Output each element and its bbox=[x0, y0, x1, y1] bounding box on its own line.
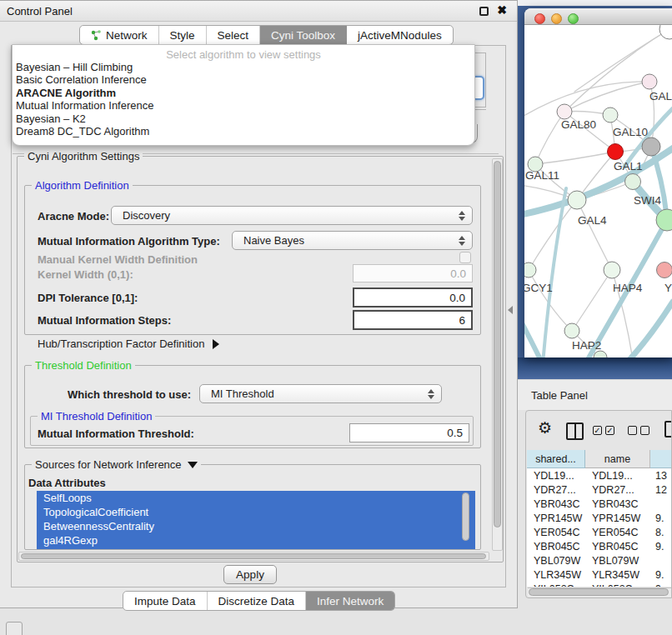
minimized-panel-button[interactable] bbox=[6, 622, 23, 635]
table-row[interactable]: YLR345W YLR345W 9. bbox=[527, 568, 672, 582]
cell: 13 bbox=[650, 470, 672, 482]
tab-select[interactable]: Select bbox=[207, 26, 261, 44]
field-value: 0.5 bbox=[447, 427, 463, 439]
network-node[interactable] bbox=[659, 25, 672, 39]
attribute-item-selected[interactable]: TopologicalCoefficient bbox=[37, 505, 475, 519]
cell: YLR345W bbox=[585, 569, 650, 581]
aracne-mode-combo[interactable]: Discovery bbox=[111, 206, 473, 225]
apply-button[interactable]: Apply bbox=[223, 565, 277, 584]
checked-boxes-icon[interactable]: ✓ ✓ bbox=[593, 426, 614, 435]
algorithm-option[interactable]: Basic Correlation Inference bbox=[13, 73, 474, 86]
mi-steps-field[interactable]: 6 bbox=[353, 310, 473, 330]
dpi-tolerance-label: DPI Tolerance [0,1]: bbox=[38, 292, 138, 304]
tab-discretize-data[interactable]: Discretize Data bbox=[208, 592, 307, 610]
mac-close-button[interactable] bbox=[534, 13, 545, 24]
tab-label: Impute Data bbox=[134, 595, 196, 608]
mi-type-combo[interactable]: Naive Bayes bbox=[232, 231, 473, 250]
network-window-titlebar[interactable] bbox=[524, 8, 672, 25]
network-node-label: SWI4 bbox=[634, 194, 661, 207]
network-node[interactable] bbox=[594, 351, 607, 358]
checkbox-checked-icon: ✓ bbox=[605, 426, 614, 435]
dpi-tolerance-field[interactable]: 0.0 bbox=[353, 288, 473, 308]
network-node[interactable] bbox=[524, 262, 536, 278]
combo-value: Discovery bbox=[123, 209, 170, 222]
settings-horizontal-scrollbar[interactable] bbox=[18, 552, 489, 561]
network-node[interactable] bbox=[625, 174, 641, 190]
table-row[interactable]: YDL19... YDL19... 13 bbox=[527, 468, 672, 482]
network-node[interactable] bbox=[603, 108, 618, 122]
sources-collapse-toggle[interactable]: Sources for Network Inference bbox=[32, 458, 201, 471]
gear-icon[interactable]: ⚙ bbox=[538, 418, 552, 438]
mac-zoom-button[interactable] bbox=[568, 13, 579, 24]
column-header-name[interactable]: name bbox=[585, 450, 650, 468]
algorithm-option[interactable]: Bayesian – Hill Climbing bbox=[13, 61, 474, 73]
field-value: 0.0 bbox=[449, 292, 465, 304]
algorithm-option[interactable]: Bayesian – K2 bbox=[13, 112, 474, 125]
tab-impute-data[interactable]: Impute Data bbox=[123, 592, 208, 610]
tab-label: Network bbox=[106, 29, 148, 42]
attribute-item-selected[interactable]: BetweennessCentrality bbox=[37, 519, 475, 533]
mac-minimize-button[interactable] bbox=[551, 13, 562, 24]
manual-kernel-checkbox[interactable] bbox=[459, 252, 471, 263]
mi-type-label: Mutual Information Algorithm Type: bbox=[38, 235, 220, 248]
mi-steps-label: Mutual Information Steps: bbox=[38, 314, 171, 327]
network-node[interactable] bbox=[642, 138, 660, 156]
network-node[interactable] bbox=[608, 144, 624, 160]
panel-splitter-handle[interactable] bbox=[508, 306, 513, 314]
column-header-partial[interactable] bbox=[650, 450, 672, 468]
float-window-icon[interactable] bbox=[479, 7, 489, 16]
close-icon[interactable]: ✖ bbox=[497, 3, 507, 17]
table-row[interactable]: YBR043C YBR043C bbox=[527, 497, 672, 511]
cell: YPR145W bbox=[585, 512, 650, 524]
combo-value: Naive Bayes bbox=[243, 234, 304, 247]
tab-style[interactable]: Style bbox=[159, 26, 207, 44]
table-row[interactable]: YDR27... YDR27... 12 bbox=[527, 482, 672, 497]
network-canvas[interactable]: GALGAL80GAL10GAL1GAL11SWI4GAL4GCY1HAP4YH… bbox=[524, 25, 672, 358]
mi-threshold-field[interactable]: 0.5 bbox=[349, 423, 469, 442]
kernel-width-field[interactable]: 0.0 bbox=[353, 264, 473, 282]
page-icon[interactable] bbox=[664, 421, 672, 438]
tab-infer-network[interactable]: Infer Network bbox=[306, 592, 394, 610]
network-node-label: GAL1 bbox=[614, 160, 643, 172]
data-attributes-label: Data Attributes bbox=[28, 477, 106, 489]
network-node[interactable] bbox=[557, 104, 572, 119]
algorithm-option[interactable]: Dream8 DC_TDC Algorithm bbox=[13, 125, 474, 138]
network-node[interactable] bbox=[657, 262, 672, 278]
scrollbar-thumb[interactable] bbox=[494, 161, 501, 528]
algorithm-option-selected[interactable]: ARACNE Algorithm bbox=[13, 87, 474, 99]
cell: YBR043C bbox=[527, 498, 585, 510]
scrollbar-thumb[interactable] bbox=[21, 553, 486, 559]
which-threshold-combo[interactable]: MI Threshold bbox=[199, 384, 442, 403]
cell: YER054C bbox=[585, 527, 650, 538]
table-row[interactable]: YPR145W YPR145W 9. bbox=[527, 511, 672, 525]
attributes-scrollbar-thumb[interactable] bbox=[462, 492, 469, 541]
network-node-label: HAP4 bbox=[613, 282, 643, 294]
table-row[interactable]: YER054C YER054C 8. bbox=[527, 525, 672, 539]
tab-jactivemnodules[interactable]: jActiveMNodules bbox=[347, 26, 453, 44]
scrollbar-thumb[interactable] bbox=[529, 588, 669, 596]
sources-title: Sources for Network Inference bbox=[35, 458, 182, 471]
network-node[interactable] bbox=[564, 323, 579, 338]
tab-network[interactable]: Network bbox=[80, 26, 159, 44]
tab-cyni-toolbox[interactable]: Cyni Toolbox bbox=[260, 26, 347, 44]
hub-factor-label: Hub/Transcription Factor Definition bbox=[38, 338, 204, 350]
table-row[interactable]: YBR045C YBR045C 9. bbox=[527, 539, 672, 553]
settings-vertical-scrollbar[interactable] bbox=[492, 158, 503, 551]
network-node[interactable] bbox=[642, 74, 657, 89]
hub-factor-expander[interactable]: Hub/Transcription Factor Definition bbox=[38, 338, 219, 350]
attribute-item-selected[interactable]: SelfLoops bbox=[37, 491, 475, 505]
unchecked-boxes-icon[interactable] bbox=[628, 426, 649, 435]
network-node[interactable] bbox=[604, 262, 620, 278]
attribute-item-selected[interactable]: gal4RGexp bbox=[37, 533, 475, 548]
split-columns-icon[interactable] bbox=[566, 422, 584, 440]
column-header-shared-name[interactable]: shared... bbox=[527, 450, 585, 468]
table-row[interactable]: YIL052C YIL052C 9 bbox=[527, 582, 672, 587]
table-header-row: shared... name bbox=[527, 450, 672, 468]
network-node[interactable] bbox=[568, 191, 586, 209]
control-panel-titlebar: Control Panel ✖ bbox=[0, 1, 517, 22]
algorithm-option[interactable]: Mutual Information Inference bbox=[13, 99, 474, 112]
cell: YDR27... bbox=[585, 484, 650, 496]
table-row[interactable]: YBL079W YBL079W bbox=[527, 553, 672, 568]
network-node-label: GCY1 bbox=[524, 282, 553, 294]
network-edge bbox=[524, 82, 649, 118]
